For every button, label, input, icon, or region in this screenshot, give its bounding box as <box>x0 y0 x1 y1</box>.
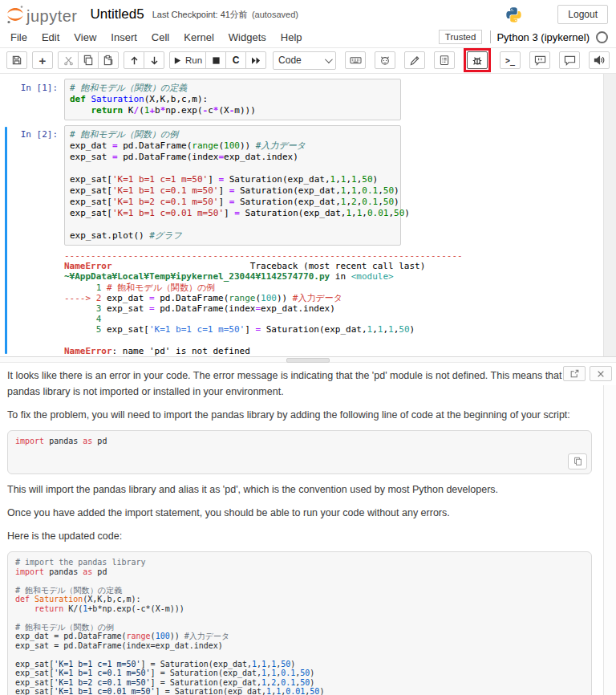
python-logo-icon <box>505 6 522 23</box>
command-palette-button[interactable] <box>345 51 366 69</box>
chat-alert-icon <box>534 55 546 66</box>
nbextension-document-button[interactable] <box>434 51 455 69</box>
save-icon <box>11 55 22 66</box>
jupyter-logo[interactable]: jupyter <box>6 5 78 24</box>
menu-insert[interactable]: Insert <box>103 28 144 47</box>
keyboard-icon <box>350 55 362 66</box>
open-external-icon <box>570 369 579 378</box>
close-pager-button[interactable] <box>590 366 612 381</box>
restart-kernel-button[interactable]: C <box>225 51 246 69</box>
run-cell-button[interactable]: Run <box>169 51 206 69</box>
notebook-title[interactable]: Untitled5 <box>91 6 144 22</box>
notebook-area: In [1]: # 飽和モデル（関数）の定義def Saturation(X,K… <box>0 74 616 356</box>
run-label: Run <box>185 55 202 65</box>
annotation-highlight-box <box>464 48 491 72</box>
kernel-status-icon <box>596 31 608 43</box>
restart-icon: C <box>233 55 240 66</box>
assistant-paragraph-3: This will import the pandas library and … <box>7 482 592 498</box>
assistant-paragraph-4: Once you have added the import statement… <box>7 505 592 521</box>
cell2-output: ----------------------------------------… <box>0 250 616 356</box>
autosave-status: (autosaved) <box>252 10 298 19</box>
code-cell-1: In [1]: # 飽和モデル（関数）の定義def Saturation(X,K… <box>0 79 616 120</box>
move-cell-up-button[interactable] <box>124 51 144 69</box>
kernel-name: Python 3 (ipykernel) <box>496 31 590 43</box>
bug-icon <box>472 55 483 67</box>
arrow-down-icon <box>149 55 160 66</box>
header: jupyter Untitled5 Last Checkpoint: 41分前 … <box>0 0 616 26</box>
pager-scrollbar[interactable] <box>603 385 616 695</box>
jupyter-notebook-app: jupyter Untitled5 Last Checkpoint: 41分前 … <box>0 0 616 695</box>
restart-run-all-button[interactable] <box>245 51 266 69</box>
arrow-up-icon <box>129 55 140 66</box>
pen-icon <box>409 55 420 66</box>
scissors-icon <box>63 55 74 66</box>
save-button[interactable] <box>6 51 27 69</box>
document-icon <box>439 55 450 66</box>
close-icon <box>597 370 605 378</box>
cell2-prompt: In [2]: <box>0 125 64 246</box>
terminal-icon: >_ <box>505 56 515 65</box>
run-icon <box>173 56 182 65</box>
logout-button[interactable]: Logout <box>557 5 608 24</box>
trusted-badge[interactable]: Trusted <box>439 30 483 44</box>
copy-code-button-1[interactable] <box>568 453 587 469</box>
menu-cell[interactable]: Cell <box>144 28 176 47</box>
fast-forward-icon <box>251 56 261 65</box>
stop-icon <box>212 56 221 65</box>
debugger-button[interactable] <box>467 51 488 69</box>
terminal-button[interactable]: >_ <box>500 51 521 69</box>
cell2-input[interactable]: # 飽和モデル（関数）の例exp_dat = pd.DataFrame(rang… <box>64 125 401 246</box>
copy-cell-button[interactable] <box>78 51 99 69</box>
chat-bubble-icon <box>564 55 576 66</box>
speaker-icon <box>594 55 606 66</box>
menu-edit[interactable]: Edit <box>34 28 67 47</box>
move-cell-down-button[interactable] <box>144 51 164 69</box>
nbextension-pen-button[interactable] <box>404 51 425 69</box>
menu-help[interactable]: Help <box>274 28 310 47</box>
menubar-separator <box>490 30 491 43</box>
chat-button[interactable] <box>559 51 580 69</box>
notebook-scrollbar[interactable] <box>603 74 616 356</box>
assistant-paragraph-5: Here is the updated code: <box>7 528 592 544</box>
paste-cell-button[interactable] <box>98 51 119 69</box>
menu-kernel[interactable]: Kernel <box>176 28 221 47</box>
checkpoint-status: Last Checkpoint: 41分前 <box>152 9 248 21</box>
import-code-block: import pandas as pd <box>7 430 592 474</box>
assistant-paragraph-1: It looks like there is an error in your … <box>7 368 592 400</box>
error-traceback: ----------------------------------------… <box>64 250 463 356</box>
nbextension-robot-button[interactable] <box>375 51 395 69</box>
jupyter-logo-icon <box>6 5 24 24</box>
cell1-prompt: In [1]: <box>0 79 64 120</box>
assistant-panel: It looks like there is an error in your … <box>0 363 616 695</box>
assistant-paragraph-2: To fix the problem, you will need to imp… <box>7 407 592 423</box>
code-cell-2: In [2]: # 飽和モデル（関数）の例exp_dat = pd.DataFr… <box>0 125 616 246</box>
cell-type-select[interactable]: Code <box>273 51 336 70</box>
chevron-down-icon <box>325 55 333 63</box>
paste-icon <box>103 55 114 66</box>
import-code: import pandas as pd <box>15 437 584 446</box>
speaker-button[interactable] <box>589 51 610 69</box>
interrupt-kernel-button[interactable] <box>205 51 226 69</box>
plus-icon: + <box>39 54 47 67</box>
menu-file[interactable]: File <box>3 28 34 47</box>
jupyter-logo-text: jupyter <box>26 8 78 24</box>
chat-alert-button[interactable] <box>529 51 550 69</box>
add-cell-button[interactable]: + <box>32 51 53 69</box>
pane-divider[interactable] <box>0 356 616 363</box>
menubar: File Edit View Insert Cell Kernel Widget… <box>0 26 616 48</box>
toolbar: + Run <box>0 48 616 74</box>
cell1-input[interactable]: # 飽和モデル（関数）の定義def Saturation(X,K,b,c,m):… <box>64 79 401 120</box>
selected-cell-indicator <box>5 127 7 354</box>
menu-view[interactable]: View <box>67 28 103 47</box>
copy-icon <box>573 457 582 466</box>
cell-type-value: Code <box>278 55 302 66</box>
cut-cell-button[interactable] <box>58 51 79 69</box>
robot-icon <box>379 55 391 66</box>
open-pager-external-button[interactable] <box>563 366 586 381</box>
menu-widgets[interactable]: Widgets <box>221 28 274 47</box>
copy-icon <box>83 55 94 66</box>
updated-code-block: # import the pandas libraryimport pandas… <box>7 551 592 695</box>
updated-code: # import the pandas libraryimport pandas… <box>15 558 584 695</box>
